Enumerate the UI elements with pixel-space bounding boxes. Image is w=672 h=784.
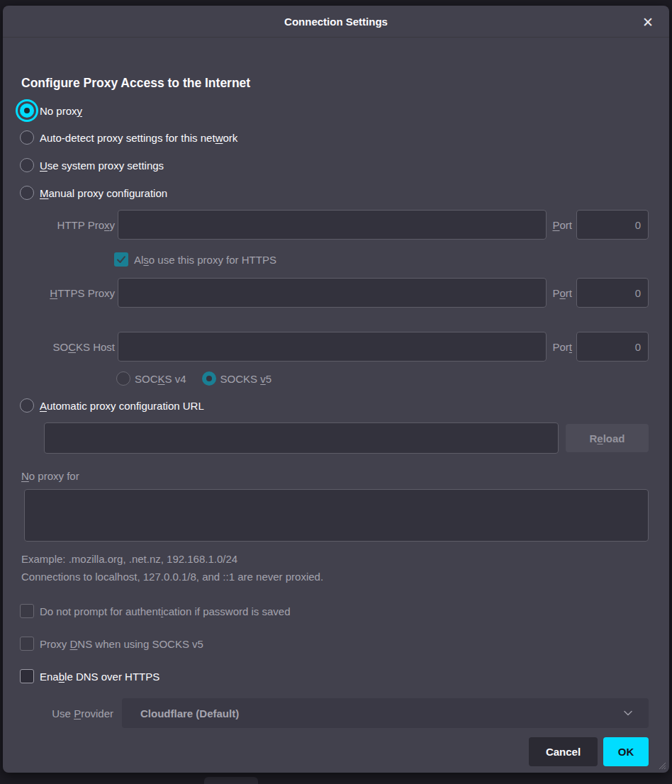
checkbox-icon[interactable]	[20, 637, 34, 651]
http-proxy-label: HTTP Proxy	[21, 219, 115, 231]
close-icon[interactable]: ✕	[638, 12, 658, 32]
http-port-label: Port	[552, 219, 572, 231]
reload-label: Reload	[589, 432, 625, 444]
http-port-input[interactable]	[576, 210, 649, 240]
radio-auto-detect-label: Auto-detect proxy settings for this netw…	[40, 132, 237, 144]
chevron-down-icon	[622, 707, 634, 719]
https-port-input[interactable]	[576, 278, 649, 308]
cancel-button[interactable]: Cancel	[529, 737, 598, 766]
no-prompt-label: Do not prompt for authentication if pass…	[40, 605, 291, 617]
also-https-label: Also use this proxy for HTTPS	[134, 254, 276, 266]
radio-icon[interactable]	[20, 186, 34, 200]
checkbox-no-prompt[interactable]: Do not prompt for authentication if pass…	[20, 603, 291, 620]
provider-value: Cloudflare (Default)	[140, 707, 622, 719]
reload-button[interactable]: Reload	[566, 424, 649, 452]
check-icon	[116, 254, 126, 264]
checkbox-also-https[interactable]: Also use this proxy for HTTPS	[114, 251, 276, 268]
socks-port-label: Port	[552, 341, 572, 353]
https-proxy-input[interactable]	[118, 278, 547, 308]
radio-use-system[interactable]: Use system proxy settings	[20, 157, 164, 174]
socks-v5-label: SOCKS v5	[220, 373, 272, 385]
checkbox-checked-icon[interactable]	[114, 252, 128, 267]
auto-url-label: Automatic proxy configuration URL	[40, 400, 204, 412]
socks-host-input[interactable]	[118, 332, 547, 362]
http-proxy-input[interactable]	[118, 210, 547, 240]
enable-doh-label: Enable DNS over HTTPS	[40, 671, 159, 683]
radio-no-proxy[interactable]: No proxy	[20, 102, 82, 119]
page-title: Configure Proxy Access to the Internet	[21, 76, 250, 91]
no-proxy-list-textarea[interactable]	[24, 489, 649, 542]
ok-button[interactable]: OK	[603, 737, 649, 766]
https-port-label: Port	[552, 287, 572, 299]
resize-grip[interactable]	[656, 760, 666, 769]
example-hint: Example: .mozilla.org, .net.nz, 192.168.…	[21, 553, 237, 565]
use-provider-label: Use Provider	[21, 707, 113, 719]
radio-selected-icon[interactable]	[20, 103, 34, 118]
checkbox-enable-doh[interactable]: Enable DNS over HTTPS	[20, 668, 159, 685]
radio-icon[interactable]	[20, 398, 34, 413]
radio-socks-v5[interactable]: SOCKS v5	[202, 371, 272, 386]
radio-socks-v4[interactable]: SOCKS v4	[116, 371, 186, 386]
radio-selected-icon[interactable]	[202, 371, 216, 386]
socks-host-label: SOCKS Host	[21, 341, 115, 353]
socks-v4-label: SOCKS v4	[135, 373, 186, 385]
checkbox-proxy-dns[interactable]: Proxy DNS when using SOCKS v5	[20, 635, 203, 652]
radio-auto-url[interactable]: Automatic proxy configuration URL	[20, 397, 204, 414]
socks-port-input[interactable]	[576, 332, 649, 362]
radio-use-system-label: Use system proxy settings	[40, 159, 164, 172]
radio-manual-label: Manual proxy configuration	[40, 187, 167, 199]
radio-no-proxy-label: No proxy	[40, 105, 82, 117]
checkbox-icon[interactable]	[20, 604, 34, 618]
dialog-title: Connection Settings	[284, 16, 388, 28]
provider-dropdown[interactable]: Cloudflare (Default)	[122, 698, 649, 728]
localhost-hint: Connections to localhost, 127.0.0.1/8, a…	[21, 571, 323, 583]
autoconfig-url-input[interactable]	[44, 422, 559, 454]
radio-auto-detect[interactable]: Auto-detect proxy settings for this netw…	[20, 129, 237, 146]
background-page-fragment	[204, 777, 258, 784]
https-proxy-label: HTTPS Proxy	[21, 287, 115, 299]
dialog-titlebar: Connection Settings	[3, 6, 669, 38]
radio-manual[interactable]: Manual proxy configuration	[20, 184, 167, 201]
radio-icon[interactable]	[20, 130, 34, 145]
connection-settings-dialog: Connection Settings ✕ Configure Proxy Ac…	[3, 6, 669, 773]
proxy-dns-label: Proxy DNS when using SOCKS v5	[40, 638, 203, 650]
checkbox-icon[interactable]	[20, 669, 34, 683]
no-proxy-for-label: No proxy for	[21, 470, 79, 482]
radio-icon[interactable]	[20, 158, 34, 172]
radio-icon[interactable]	[116, 371, 130, 386]
